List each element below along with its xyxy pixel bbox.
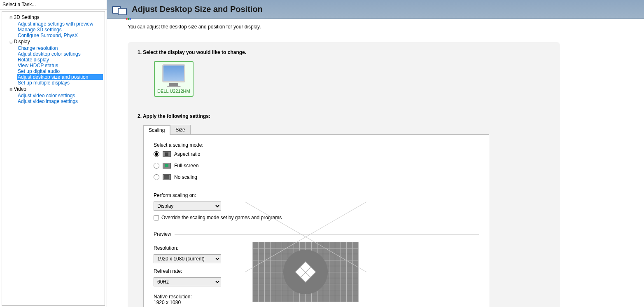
override-row[interactable]: Override the scaling mode set by games a… xyxy=(154,215,479,220)
header-icon xyxy=(112,3,127,16)
tree-item-digital-audio[interactable]: Set up digital audio xyxy=(17,68,103,74)
radio-no-scaling[interactable]: No scaling xyxy=(154,174,479,180)
tree-item-rotate-display[interactable]: Rotate display xyxy=(17,57,103,63)
tab-panel-scaling: Select a scaling mode: Aspect ratio Full… xyxy=(143,134,489,307)
preview-label: Preview xyxy=(154,231,171,237)
full-screen-icon xyxy=(163,163,171,169)
settings-box: 1. Select the display you would like to … xyxy=(128,42,560,307)
page-header: Adjust Desktop Size and Position xyxy=(107,0,644,19)
tree-section-video[interactable]: Video xyxy=(9,86,103,93)
tree-item-multiple-displays[interactable]: Set up multiple displays xyxy=(17,80,103,86)
radio-full-screen[interactable]: Full-screen xyxy=(154,163,479,169)
display-label: DELL U2212HM xyxy=(157,89,190,94)
refresh-select[interactable]: 60Hz xyxy=(154,277,221,286)
sidebar-title: Select a Task... xyxy=(0,0,107,9)
content: You can adjust the desktop size and posi… xyxy=(107,19,644,307)
native-resolution-label: Native resolution: xyxy=(154,294,228,300)
task-tree: 3D Settings Adjust image settings with p… xyxy=(2,11,105,306)
tree-item-manage-3d[interactable]: Manage 3D settings xyxy=(17,27,103,33)
tab-scaling[interactable]: Scaling xyxy=(143,125,170,135)
monitor-icon xyxy=(162,64,185,82)
override-checkbox[interactable] xyxy=(154,215,159,220)
tree-item-video-color[interactable]: Adjust video color settings xyxy=(17,93,103,98)
override-label: Override the scaling mode set by games a… xyxy=(161,215,282,220)
tree-section-display[interactable]: Display xyxy=(9,38,103,45)
resolution-label: Resolution: xyxy=(154,245,228,251)
perform-scaling-label: Perform scaling on: xyxy=(154,192,479,198)
radio-no-scaling-input[interactable] xyxy=(154,174,159,180)
main-area: Adjust Desktop Size and Position You can… xyxy=(107,0,644,307)
sidebar: Select a Task... 3D Settings Adjust imag… xyxy=(0,0,107,307)
tree-item-view-hdcp[interactable]: View HDCP status xyxy=(17,63,103,68)
resolution-select[interactable]: 1920 x 1080 (current) xyxy=(154,254,221,263)
preview-divider xyxy=(175,234,479,234)
radio-full-screen-label: Full-screen xyxy=(174,163,198,169)
tree-section-3d[interactable]: 3D Settings xyxy=(9,14,103,21)
tree-item-change-resolution[interactable]: Change resolution xyxy=(17,45,103,51)
intro-text: You can adjust the desktop size and posi… xyxy=(128,24,636,30)
page-title: Adjust Desktop Size and Position xyxy=(132,5,263,14)
scaling-mode-label: Select a scaling mode: xyxy=(154,142,479,148)
refresh-label: Refresh rate: xyxy=(154,268,228,274)
tree-item-configure-surround[interactable]: Configure Surround, PhysX xyxy=(17,33,103,38)
radio-no-scaling-label: No scaling xyxy=(174,174,197,180)
radio-aspect-ratio[interactable]: Aspect ratio xyxy=(154,151,479,157)
no-scaling-icon xyxy=(163,174,171,180)
aspect-ratio-icon xyxy=(163,151,171,157)
tree-item-adjust-size-position[interactable]: Adjust desktop size and position xyxy=(17,74,103,80)
tree-item-video-image[interactable]: Adjust video image settings xyxy=(17,98,103,104)
preview-image xyxy=(252,242,359,302)
tab-size[interactable]: Size xyxy=(170,125,190,134)
tabs: Scaling Size xyxy=(143,125,550,134)
step1-title: 1. Select the display you would like to … xyxy=(138,49,550,55)
radio-aspect-ratio-label: Aspect ratio xyxy=(174,151,200,157)
tree-item-adjust-image-preview[interactable]: Adjust image settings with preview xyxy=(17,21,103,27)
perform-scaling-select[interactable]: Display xyxy=(154,202,221,211)
tree-item-adjust-color[interactable]: Adjust desktop color settings xyxy=(17,51,103,57)
radio-full-screen-input[interactable] xyxy=(154,163,159,169)
display-tile[interactable]: DELL U2212HM xyxy=(154,61,194,97)
radio-aspect-ratio-input[interactable] xyxy=(154,151,159,157)
native-resolution-value: 1920 x 1080 xyxy=(154,300,228,305)
step2-title: 2. Apply the following settings: xyxy=(138,113,550,119)
